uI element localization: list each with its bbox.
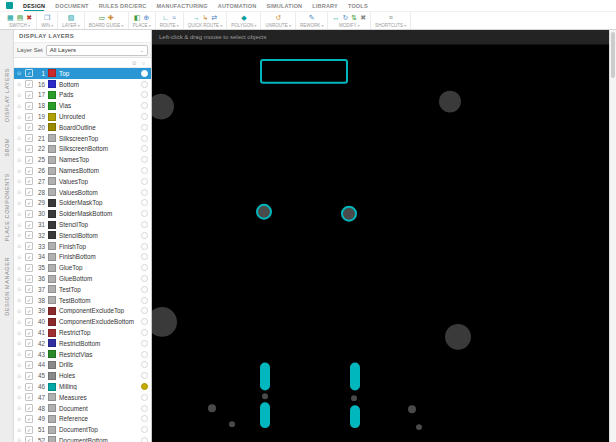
layer-color-swatch[interactable]	[48, 113, 56, 121]
layer-visible-checkbox[interactable]: ✓	[25, 80, 33, 88]
visibility-eye-icon[interactable]: ⊙	[17, 405, 25, 411]
pad-dot[interactable]	[416, 424, 422, 430]
layer-row[interactable]: ⊙✓25NamesTop	[14, 154, 151, 165]
menu-tab-design[interactable]: DESIGN	[23, 2, 45, 10]
layer-row[interactable]: ⊙✓42RestrictBottom	[14, 338, 151, 349]
layer-settings-icon[interactable]: ▧	[68, 14, 75, 21]
active-layer-radio[interactable]	[141, 167, 148, 174]
layer-row[interactable]: ⊙✓40ComponentExcludeBottom	[14, 316, 151, 327]
layer-visible-checkbox[interactable]: ✓	[25, 339, 33, 347]
layer-color-swatch[interactable]	[48, 285, 56, 293]
layer-visible-checkbox[interactable]: ✓	[25, 436, 33, 442]
side-tab-display-layers[interactable]: DISPLAY LAYERS	[4, 68, 10, 122]
layer-visible-checkbox[interactable]: ✓	[25, 307, 33, 315]
unroute-icon[interactable]: ↺	[275, 14, 281, 21]
scrollbar-thumb[interactable]	[611, 32, 615, 78]
layer-visible-checkbox[interactable]: ✓	[25, 123, 33, 131]
active-layer-radio[interactable]	[141, 91, 148, 98]
layer-row[interactable]: ⊙✓1Top	[14, 68, 151, 79]
menu-tab-tools[interactable]: TOOLS	[348, 2, 368, 10]
layer-row[interactable]: ⊙✓48Document	[14, 403, 151, 414]
layer-color-swatch[interactable]	[48, 339, 56, 347]
layer-visible-checkbox[interactable]: ✓	[25, 415, 33, 423]
ribbon-group-label[interactable]: ROUTE ▾	[160, 23, 179, 28]
layer-color-swatch[interactable]	[48, 123, 56, 131]
delete-icon[interactable]: ✖	[360, 14, 366, 21]
layer-visible-checkbox[interactable]: ✓	[25, 134, 33, 142]
ribbon-group-label[interactable]: UNROUTE ▾	[265, 23, 291, 28]
layer-visible-checkbox[interactable]: ✓	[25, 372, 33, 380]
active-layer-radio[interactable]	[141, 307, 148, 314]
route-manual-icon[interactable]: ∟	[162, 14, 169, 21]
layer-row[interactable]: ⊙✓46Milling	[14, 381, 151, 392]
layer-color-swatch[interactable]	[48, 167, 56, 175]
layer-color-swatch[interactable]	[48, 69, 56, 77]
layer-row[interactable]: ⊙✓47Measures	[14, 392, 151, 403]
visibility-eye-icon[interactable]: ⊙	[17, 319, 25, 325]
visibility-eye-icon[interactable]: ⊙	[17, 351, 25, 357]
window-icon[interactable]: ❐	[44, 14, 50, 21]
active-layer-radio[interactable]	[141, 329, 148, 336]
layer-row[interactable]: ⊙✓30SolderMaskBottom	[14, 208, 151, 219]
ribbon-group-label[interactable]: LAYER ▾	[62, 23, 80, 28]
active-layer-radio[interactable]	[141, 189, 148, 196]
layer-visible-checkbox[interactable]: ✓	[25, 102, 33, 110]
active-layer-radio[interactable]	[141, 102, 148, 109]
side-tab-place-components[interactable]: PLACE COMPONENTS	[4, 173, 10, 242]
visibility-eye-icon[interactable]: ⊙	[17, 340, 25, 346]
layer-visible-checkbox[interactable]: ✓	[25, 199, 33, 207]
close-icon[interactable]: ✖	[26, 14, 32, 21]
layer-color-swatch[interactable]	[48, 221, 56, 229]
layer-color-swatch[interactable]	[48, 318, 56, 326]
layer-visible-checkbox[interactable]: ✓	[25, 426, 33, 434]
layer-color-swatch[interactable]	[48, 102, 56, 110]
layer-color-swatch[interactable]	[48, 404, 56, 412]
layer-visible-checkbox[interactable]: ✓	[25, 113, 33, 121]
layer-color-swatch[interactable]	[48, 307, 56, 315]
active-layer-radio[interactable]	[141, 286, 148, 293]
layer-visible-checkbox[interactable]: ✓	[25, 253, 33, 261]
layer-visible-checkbox[interactable]: ✓	[25, 329, 33, 337]
active-layer-radio[interactable]	[141, 113, 148, 120]
active-layer-radio[interactable]	[141, 178, 148, 185]
layer-color-swatch[interactable]	[48, 253, 56, 261]
layer-visible-checkbox[interactable]: ✓	[25, 404, 33, 412]
layer-visible-checkbox[interactable]: ✓	[25, 231, 33, 239]
swap-icon[interactable]: ⇄	[211, 14, 217, 21]
ribbon-group-label[interactable]: QUICK ROUTE ▾	[188, 23, 223, 28]
layer-visible-checkbox[interactable]: ✓	[25, 393, 33, 401]
layer-row[interactable]: ⊙✓20BoardOutline	[14, 122, 151, 133]
layer-row[interactable]: ⊙✓44Drills	[14, 360, 151, 371]
layer-color-swatch[interactable]	[48, 329, 56, 337]
visibility-eye-icon[interactable]: ⊙	[17, 178, 25, 184]
active-layer-radio[interactable]	[141, 81, 148, 88]
visibility-eye-icon[interactable]: ⊙	[17, 92, 25, 98]
layer-visible-checkbox[interactable]: ✓	[25, 318, 33, 326]
visibility-eye-icon[interactable]: ⊙	[17, 416, 25, 422]
active-layer-radio[interactable]	[141, 394, 148, 401]
active-layer-radio[interactable]	[141, 415, 148, 422]
active-layer-radio[interactable]	[141, 232, 148, 239]
active-layer-radio[interactable]	[141, 221, 148, 228]
layer-visible-checkbox[interactable]: ✓	[25, 361, 33, 369]
layer-row[interactable]: ⊙✓27ValuesTop	[14, 176, 151, 187]
layer-color-swatch[interactable]	[48, 264, 56, 272]
visibility-eye-icon[interactable]: ⊙	[17, 157, 25, 163]
layer-visible-checkbox[interactable]: ✓	[25, 156, 33, 164]
layer-row[interactable]: ⊙✓41RestrictTop	[14, 327, 151, 338]
visibility-eye-icon[interactable]: ⊙	[17, 373, 25, 379]
ribbon-group-label[interactable]: PLACE ▾	[133, 23, 151, 28]
layer-color-swatch[interactable]	[48, 134, 56, 142]
visibility-eye-icon[interactable]: ⊙	[17, 243, 25, 249]
layer-color-swatch[interactable]	[48, 383, 56, 391]
rework-icon[interactable]: ✎	[309, 14, 315, 21]
layer-visible-checkbox[interactable]: ✓	[25, 91, 33, 99]
active-layer-radio[interactable]	[141, 340, 148, 347]
layer-list[interactable]: ⊙✓1Top⊙✓16Bottom⊙✓17Pads⊙✓18Vias⊙✓19Unro…	[14, 68, 151, 442]
layer-visible-checkbox[interactable]: ✓	[25, 167, 33, 175]
via-ring[interactable]	[342, 207, 356, 221]
visibility-eye-icon[interactable]: ⊙	[17, 146, 25, 152]
side-tab-sbom[interactable]: SBOM	[4, 138, 10, 157]
vertical-scrollbar[interactable]	[609, 30, 616, 442]
mounting-hole[interactable]	[445, 324, 471, 350]
